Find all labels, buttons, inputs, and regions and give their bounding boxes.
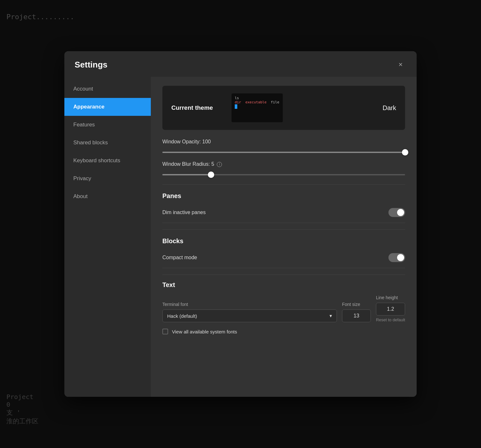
font-row: Terminal font Hack (default) ▾ Font size… [162, 295, 405, 322]
theme-preview-terminal: ls dir executable file [232, 93, 283, 122]
panes-heading: Panes [162, 192, 405, 200]
font-size-label: Font size [342, 302, 371, 307]
chevron-down-icon: ▾ [330, 313, 332, 319]
window-opacity-section: Window Opacity: 100 [162, 139, 405, 156]
line-height-input[interactable]: 1.2 [376, 303, 405, 316]
window-opacity-slider-container [162, 149, 405, 156]
sidebar-item-shared-blocks[interactable]: Shared blocks [64, 134, 151, 152]
window-blur-track [162, 174, 405, 175]
window-blur-thumb[interactable] [208, 172, 214, 178]
bg-terminal-bottom: Project 0 支 ' 淮的工作区 [0, 390, 45, 429]
current-theme-label: Current theme [171, 104, 223, 111]
compact-mode-label: Compact mode [162, 255, 197, 260]
divider-panes [162, 184, 405, 185]
dim-inactive-toggle[interactable] [388, 208, 405, 217]
settings-modal: Settings × Account Appearance Features S… [64, 51, 417, 397]
content-area: Current theme ls dir executable file Dar… [151, 77, 417, 397]
font-size-field: Font size 13 [342, 302, 371, 322]
window-opacity-track [162, 152, 405, 153]
compact-mode-toggle-knob [397, 254, 404, 261]
close-button[interactable]: × [395, 59, 406, 70]
window-blur-slider-container [162, 172, 405, 178]
window-blur-label: Window Blur Radius: 5 i [162, 161, 405, 167]
line-height-field: Line height 1.2 Reset to default [376, 295, 405, 322]
system-fonts-row: View all available system fonts [162, 329, 405, 334]
preview-line-2: dir executable file [235, 100, 280, 104]
line-height-label: Line height [376, 295, 405, 300]
blocks-heading: Blocks [162, 237, 405, 245]
sidebar-item-features[interactable]: Features [64, 116, 151, 134]
dim-inactive-label: Dim inactive panes [162, 210, 206, 215]
window-blur-section: Window Blur Radius: 5 i [162, 161, 405, 178]
dim-inactive-toggle-knob [397, 209, 404, 216]
divider-text [162, 275, 405, 275]
window-blur-fill [162, 174, 211, 175]
text-section: Text Terminal font Hack (default) ▾ Font… [162, 281, 405, 334]
system-fonts-label: View all available system fonts [172, 329, 237, 334]
dim-inactive-panes-row: Dim inactive panes [162, 202, 405, 223]
preview-line-3 [235, 104, 280, 109]
sidebar-item-appearance[interactable]: Appearance [64, 98, 151, 116]
sidebar: Account Appearance Features Shared block… [64, 77, 151, 397]
theme-name: Dark [383, 104, 396, 112]
terminal-font-value: Hack (default) [167, 313, 197, 319]
font-size-input[interactable]: 13 [342, 309, 371, 322]
window-blur-info-icon[interactable]: i [217, 162, 222, 167]
bg-terminal-text: Project......... [0, 10, 81, 24]
window-opacity-fill [162, 152, 405, 153]
compact-mode-toggle[interactable] [388, 253, 405, 262]
sidebar-item-about[interactable]: About [64, 188, 151, 205]
window-opacity-thumb[interactable] [402, 149, 408, 156]
divider-blocks [162, 229, 405, 230]
text-heading: Text [162, 281, 405, 289]
sidebar-item-keyboard-shortcuts[interactable]: Keyboard shortcuts [64, 152, 151, 170]
theme-card: Current theme ls dir executable file Dar… [162, 86, 405, 130]
reset-to-default[interactable]: Reset to default [376, 317, 405, 322]
sidebar-item-account[interactable]: Account [64, 80, 151, 98]
compact-mode-row: Compact mode [162, 247, 405, 268]
modal-body: Account Appearance Features Shared block… [64, 77, 417, 397]
sidebar-item-privacy[interactable]: Privacy [64, 170, 151, 188]
system-fonts-checkbox[interactable] [162, 329, 168, 334]
terminal-font-field: Terminal font Hack (default) ▾ [162, 302, 337, 322]
window-opacity-label: Window Opacity: 100 [162, 139, 405, 145]
modal-title: Settings [75, 60, 108, 70]
terminal-font-label: Terminal font [162, 302, 337, 307]
preview-line-1: ls [235, 96, 280, 100]
modal-header: Settings × [64, 51, 417, 77]
terminal-font-select[interactable]: Hack (default) ▾ [162, 309, 337, 322]
